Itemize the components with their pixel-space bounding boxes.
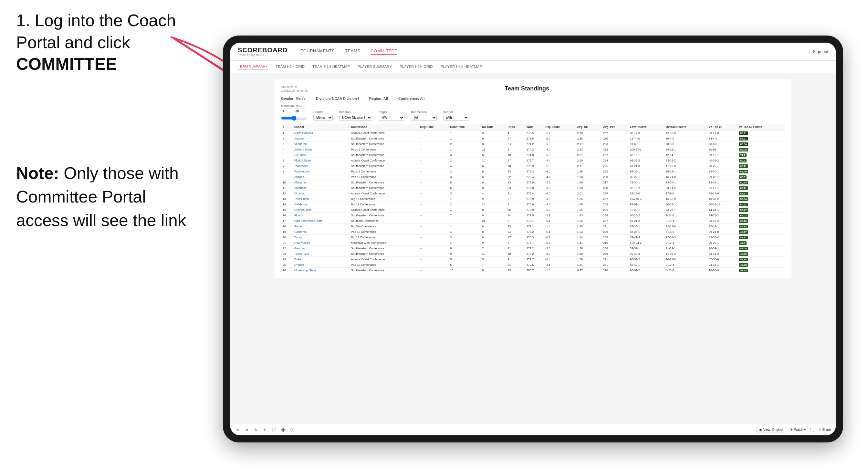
table-row: 13 Texas Tech Big 12 Conference – 1 9 27…: [281, 196, 785, 202]
tablet-screen: SCOREBOARD Powered by clippd TOURNAMENTS…: [230, 43, 836, 435]
cell-adj: -0.4: [544, 257, 575, 262]
cell-vs25: 24-25-2: [707, 213, 737, 218]
cell-low: 92-40-3: [628, 251, 664, 257]
cell-rnds: 27: [506, 136, 525, 142]
cell-conf-rank: 10: [448, 268, 480, 273]
region-select[interactable]: N/A: [379, 115, 404, 121]
toolbar-icon-6[interactable]: ➕: [280, 427, 285, 432]
cell-reg-rank: –: [418, 229, 449, 235]
cell-avg-par: 262: [601, 130, 628, 136]
cell-conf: Southeastern Conference: [349, 213, 418, 218]
nav-tournaments[interactable]: TOURNAMENTS: [301, 49, 335, 55]
navbar: SCOREBOARD Powered by clippd TOURNAMENTS…: [230, 43, 836, 61]
share-button[interactable]: ⬆ Share: [818, 428, 831, 432]
cell-overall: 12-14-1: [664, 152, 707, 158]
cell-pts: 42.98: [737, 257, 785, 262]
cell-avg-par: 271: [601, 224, 628, 229]
view-original-button[interactable]: ◉ View: Original: [756, 427, 786, 432]
division-select[interactable]: NCAA Division I: [339, 115, 372, 121]
subnav-team-h2h-grid[interactable]: TEAM H2H GRID: [276, 65, 305, 69]
cell-wins: 278.1: [525, 218, 544, 224]
min-rounds-slider[interactable]: [281, 116, 307, 121]
col-school: School: [293, 124, 349, 130]
subnav-player-h2h-heatmap[interactable]: PLAYER H2H HEATMAP: [441, 65, 482, 69]
cell-avg-par: 265: [601, 163, 628, 169]
cell-vs25: 37-30-0: [707, 257, 737, 262]
cell-conf: Southern Conference: [349, 218, 418, 224]
toolbar-icon-4[interactable]: ⬆: [262, 427, 268, 432]
cell-pts: 66.02: [737, 213, 785, 218]
min-rounds-max[interactable]: [293, 108, 305, 114]
cell-vs25: 33-38-4: [707, 235, 737, 240]
gender-select[interactable]: Men's: [313, 115, 333, 121]
cell-low: 97-01-1: [628, 202, 664, 207]
cell-pts: 60.3: [737, 175, 785, 180]
cell-no-tour: 24: [480, 218, 506, 224]
nav-committee[interactable]: COMMITTEE: [371, 49, 397, 55]
cell-wins: 274.2: [525, 142, 544, 147]
cell-no-tour: 6: [480, 180, 506, 185]
watch-button[interactable]: 👁 Watch ▾: [790, 428, 806, 432]
cell-adj: -3.8: [544, 185, 575, 191]
cell-rnds: 4: [506, 130, 525, 136]
col-no-tour: No Tour: [480, 124, 506, 130]
cell-overall: 15-32-0: [664, 196, 707, 202]
col-avg-par: Avg. Par: [601, 124, 628, 130]
toolbar-icon-5[interactable]: 📄: [271, 427, 277, 432]
cell-school: Oregon: [293, 262, 349, 268]
subnav-player-summary[interactable]: PLAYER SUMMARY: [358, 65, 392, 69]
nav-teams[interactable]: TEAMS: [345, 49, 360, 55]
cell-reg-rank: –: [418, 202, 449, 207]
cell-wins: 276.9: [525, 180, 544, 185]
cell-pts: 60.94: [737, 180, 785, 185]
cell-pts: 86.08: [737, 147, 785, 152]
cell-school: Arizona State: [293, 147, 349, 152]
subnav-player-h2h-grid[interactable]: PLAYER H2H GRID: [400, 65, 433, 69]
watch-chevron: ▾: [804, 428, 806, 432]
school-select[interactable]: (All): [443, 115, 469, 121]
share-icon: ⬆: [818, 428, 821, 432]
subnav-team-h2h-heatmap[interactable]: TEAM H2H HEATMAP: [312, 65, 350, 69]
cell-vs25: 38-6-0: [707, 142, 737, 147]
sign-out-link[interactable]: Sign out: [813, 49, 828, 54]
cell-low: 72-30-1: [628, 180, 664, 185]
cell-conf: Pac-12 Conference: [349, 147, 418, 152]
watch-icon: 👁: [790, 428, 793, 432]
cell-avg-par: 260: [601, 136, 628, 142]
cell-low: 90-32-2: [628, 257, 664, 262]
cell-avg-par: 260: [601, 229, 628, 235]
toolbar-expand-icon[interactable]: ⛶: [809, 427, 815, 432]
toolbar-icon-3[interactable]: ↻: [253, 427, 258, 432]
cell-avg-sg: 1.28: [575, 246, 601, 251]
cell-rank: 19: [281, 229, 293, 235]
cell-adj: -6.0: [544, 191, 575, 196]
cell-reg-rank: –: [418, 142, 449, 147]
cell-rank: 22: [281, 246, 293, 251]
cell-overall: 30-4-0: [664, 136, 707, 142]
toolbar-icon-1[interactable]: ⬅: [235, 427, 240, 432]
cell-vs25: 36-17-1: [707, 185, 737, 191]
cell-wins: 278.3: [525, 235, 544, 240]
toolbar-icon-clock[interactable]: 🕐: [289, 427, 294, 432]
table-row: 23 Texas A&M Southeastern Conference – 9…: [281, 251, 785, 257]
subnav-team-summary[interactable]: TEAM SUMMARY: [238, 64, 268, 69]
cell-wins: 275.9: [525, 163, 544, 169]
cell-school: Virginia: [293, 191, 349, 196]
toolbar-icon-2[interactable]: ➡: [244, 427, 249, 432]
cell-avg-sg: 1.39: [575, 257, 601, 262]
cell-avg-sg: 1.53: [575, 229, 601, 235]
cell-wins: 276.9: [525, 196, 544, 202]
cell-conf-rank: 2: [448, 169, 480, 175]
cell-school: New Mexico: [293, 240, 349, 246]
nav-divider: |: [809, 49, 810, 55]
cell-avg-sg: 1.30: [575, 251, 601, 257]
min-rounds-min[interactable]: [281, 108, 292, 114]
cell-low: 66-40-1: [628, 262, 664, 268]
cell-avg-par: 266: [601, 246, 628, 251]
cell-avg-sg: 1.55: [575, 218, 601, 224]
cell-school: Mississippi State: [293, 268, 349, 273]
conference-select[interactable]: (All): [411, 115, 437, 121]
cell-low: 100-27-1: [628, 147, 664, 152]
cell-rank: 23: [281, 251, 293, 257]
cell-no-tour: 8: [480, 229, 506, 235]
